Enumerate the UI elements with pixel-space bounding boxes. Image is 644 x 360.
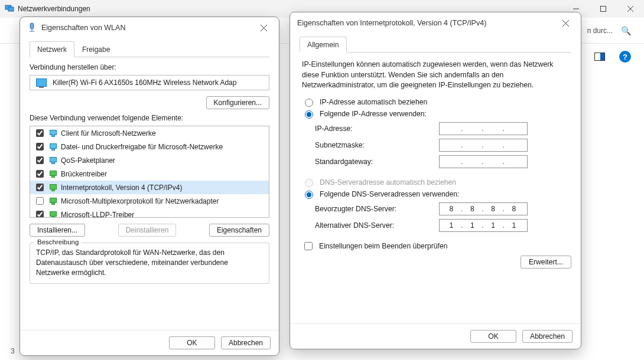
component-icon [49,198,57,205]
ip-octet[interactable]: 1 [466,221,480,230]
ip-octet[interactable]: 1 [508,221,522,230]
ipv4-intro-text: IP-Einstellungen können automatisch zuge… [302,60,569,91]
component-row-5[interactable]: Microsoft-Multiplexorprotokoll für Netzw… [30,194,269,208]
configure-button[interactable]: Konfigurieren... [206,96,269,109]
subnet-label: Subnetzmaske: [315,141,439,149]
component-icon [49,143,57,150]
view-mode-icon[interactable] [594,53,605,61]
close-button[interactable] [617,0,644,18]
ip-octet[interactable]: 1 [487,221,501,230]
search-icon[interactable]: 🔍 [621,26,631,35]
main-title: Netzwerkverbindungen [18,5,90,13]
advanced-button[interactable]: Erweitert... [521,256,571,269]
ip-auto-label: IP-Adresse automatisch beziehen [320,98,427,106]
description-text: TCP/IP, das Standardprotokoll für WAN-Ne… [36,248,263,277]
tab-general[interactable]: Allgemein [300,37,347,53]
dns-preferred-input[interactable]: 8.8.8.8 [439,202,528,215]
wlan-dialog-titlebar: Eigenschaften von WLAN [20,17,279,38]
ip-address-input[interactable]: ... [439,122,528,135]
component-icon [49,211,57,218]
search-truncated-text: n durc... [587,27,613,35]
description-group: Beschreibung TCP/IP, das Standardprotoko… [30,243,269,284]
ip-auto-row[interactable]: IP-Adresse automatisch beziehen [302,97,569,107]
component-checkbox[interactable] [36,184,44,191]
ip-dot: . [503,158,506,166]
tab-network[interactable]: Netzwerk [30,41,74,57]
validate-row[interactable]: Einstellungen beim Beenden überprüfen [302,240,569,252]
ip-octet[interactable]: 1 [445,221,459,230]
component-row-6[interactable]: Microsoft-LLDP-Treiber [30,208,269,218]
statusbar-count: 3 [11,347,15,355]
maximize-button[interactable] [590,0,617,18]
adapter-box[interactable]: Killer(R) Wi-Fi 6 AX1650s 160MHz Wireles… [30,75,269,90]
wlan-dialog-title: Eigenschaften von WLAN [41,24,251,32]
dns-manual-label: Folgende DNS-Serveradressen verwenden: [320,190,459,198]
dns-manual-row[interactable]: Folgende DNS-Serveradressen verwenden: [302,189,569,199]
svg-rect-1 [8,7,14,11]
ip-manual-row[interactable]: Folgende IP-Adresse verwenden: [302,109,569,119]
tab-sharing[interactable]: Freigabe [74,41,118,57]
ip-dot: . [482,158,484,166]
dns-alt-label: Alternativer DNS-Server: [315,221,439,230]
ip-dot: . [503,125,506,133]
ip-dot: . [461,221,464,230]
properties-button[interactable]: Eigenschaften [209,224,269,237]
ip-octet[interactable]: 8 [487,205,501,213]
component-checkbox[interactable] [36,156,44,164]
ip-dot: . [461,141,464,149]
ipv4-tabs: Allgemein [300,36,571,53]
component-checkbox[interactable] [36,197,44,205]
wlan-tabs: Netzwerk Freigabe [30,41,269,57]
component-icon [49,171,57,178]
wlan-properties-dialog: Eigenschaften von WLAN Netzwerk Freigabe… [19,17,279,356]
ipv4-properties-dialog: Eigenschaften von Internetprotokoll, Ver… [290,12,581,349]
component-checkbox[interactable] [36,170,44,178]
component-row-3[interactable]: Brückentreiber [30,167,269,181]
dns-manual-radio[interactable] [305,191,313,199]
components-list[interactable]: Client für Microsoft-NetzwerkeDatei- und… [30,126,269,218]
component-row-2[interactable]: QoS-Paketplaner [30,153,269,167]
svg-rect-3 [601,6,606,12]
component-checkbox[interactable] [36,143,44,150]
uninstall-button[interactable]: Deinstallieren [118,224,177,237]
ip-dot: . [482,221,484,230]
connect-using-label: Verbindung herstellen über: [30,63,269,71]
component-row-4[interactable]: Internetprotokoll, Version 4 (TCP/IPv4) [30,181,269,194]
component-label: Internetprotokoll, Version 4 (TCP/IPv4) [61,184,182,192]
ipv4-close-icon[interactable] [557,15,574,31]
component-checkbox[interactable] [36,211,44,218]
ip-dot: . [461,125,464,133]
svg-rect-8 [30,23,34,29]
gateway-input[interactable]: ... [439,155,528,168]
ip-dot: . [503,205,506,213]
ip-dot: . [482,205,484,213]
dns-auto-row: DNS-Serveradresse automatisch beziehen [302,177,569,187]
wlan-ok-button[interactable]: OK [169,336,215,349]
ipv4-cancel-button[interactable]: Abbrechen [522,330,573,343]
component-label: Microsoft-Multiplexorprotokoll für Netzw… [61,197,219,205]
install-button[interactable]: Installieren... [30,224,85,237]
ip-octet[interactable]: 8 [508,205,522,213]
component-row-0[interactable]: Client für Microsoft-Netzwerke [30,126,269,140]
subnet-input[interactable]: ... [439,139,528,152]
component-row-1[interactable]: Datei- und Druckerfreigabe für Microsoft… [30,140,269,153]
dns-alternate-input[interactable]: 1.1.1.1 [439,219,528,232]
component-checkbox[interactable] [36,129,44,137]
app-icon [5,4,14,15]
ip-dot: . [482,125,484,133]
ip-dot: . [461,205,464,213]
dns-auto-radio [305,179,313,187]
ipv4-ok-button[interactable]: OK [470,330,516,343]
component-label: Datei- und Druckerfreigabe für Microsoft… [61,143,223,151]
ip-octet[interactable]: 8 [445,205,459,213]
validate-checkbox[interactable] [304,242,313,250]
wlan-close-icon[interactable] [255,19,272,36]
component-icon [49,157,57,164]
ip-octet[interactable]: 8 [466,205,480,213]
ip-dot: . [503,141,506,149]
wlan-cancel-button[interactable]: Abbrechen [221,336,271,349]
ip-manual-radio[interactable] [305,110,313,119]
description-title: Beschreibung [35,238,81,246]
help-icon[interactable]: ? [619,51,631,63]
ip-auto-radio[interactable] [305,99,313,107]
